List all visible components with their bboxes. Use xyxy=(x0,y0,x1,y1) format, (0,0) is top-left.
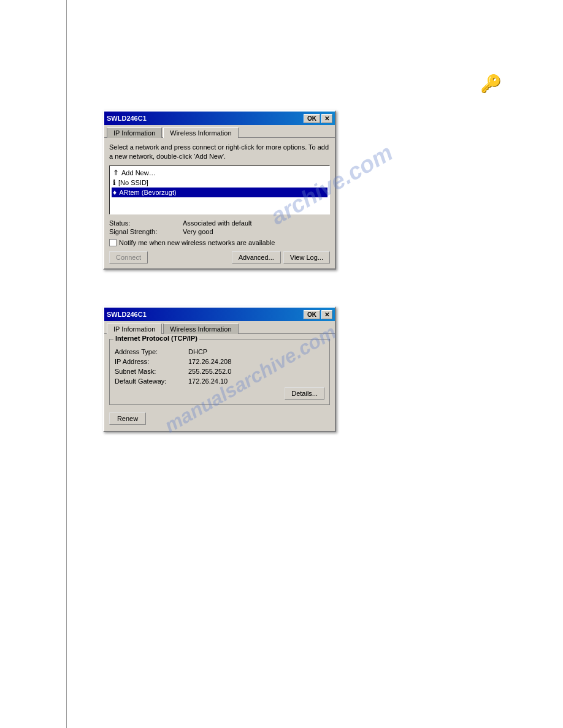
dialog2-tabs: IP Information Wireless Information xyxy=(104,321,335,333)
tab-wireless-information-1[interactable]: Wireless Information xyxy=(163,127,238,138)
left-border-line xyxy=(66,0,67,728)
dialog-ip: SWLD246C1 OK ✕ IP Information Wireless I… xyxy=(103,306,336,432)
dialog1-tabs: IP Information Wireless Information xyxy=(104,125,335,137)
ip-address-value: 172.26.24.208 xyxy=(188,358,231,365)
add-new-icon: ⇑ xyxy=(113,169,119,177)
ip-group-title: Internet Protocol (TCP/IP) xyxy=(113,335,199,342)
key-icon-container: 🔑 xyxy=(480,74,502,94)
network-item-nossid-label: [No SSID] xyxy=(118,179,148,186)
dialog1-titlebar: SWLD246C1 OK ✕ xyxy=(104,112,335,125)
dialog1-content: Select a network and press connect or ri… xyxy=(104,137,335,268)
no-ssid-icon: ℹ xyxy=(113,178,116,187)
renew-button[interactable]: Renew xyxy=(109,412,146,425)
artem-icon: ♦ xyxy=(113,188,117,197)
subnet-label: Subnet Mask: xyxy=(115,368,188,375)
signal-row: Signal Strength: Very good xyxy=(109,228,330,235)
dialog2-close-button[interactable]: ✕ xyxy=(321,310,332,319)
gateway-label: Default Gateway: xyxy=(115,377,188,385)
dialog2-content: Internet Protocol (TCP/IP) Address Type:… xyxy=(104,333,335,431)
status-area: Status: Associated with default Signal S… xyxy=(109,219,330,235)
network-item-addnew-label: Add New… xyxy=(121,169,156,176)
address-type-label: Address Type: xyxy=(115,348,188,355)
address-type-value: DHCP xyxy=(188,348,207,355)
network-item-artem[interactable]: ♦ ARtem (Bevorzugt) xyxy=(112,188,327,197)
details-button[interactable]: Details... xyxy=(285,387,324,400)
notify-checkbox[interactable] xyxy=(109,239,117,246)
dialog1-close-button[interactable]: ✕ xyxy=(321,114,332,123)
tab-ip-information-1[interactable]: IP Information xyxy=(107,127,162,138)
network-item-nossid[interactable]: ℹ [No SSID] xyxy=(112,178,327,188)
status-label: Status: xyxy=(109,219,170,227)
network-item-artem-label: ARtem (Bevorzugt) xyxy=(119,189,177,196)
status-row: Status: Associated with default xyxy=(109,219,330,227)
details-button-row: Details... xyxy=(115,387,324,400)
ip-address-label: IP Address: xyxy=(115,358,188,365)
status-value: Associated with default xyxy=(183,219,252,227)
dialog1-button-row: Connect Advanced... View Log... xyxy=(109,251,330,264)
dialog-wireless: SWLD246C1 OK ✕ IP Information Wireless I… xyxy=(103,110,336,270)
dialog2-title-buttons: OK ✕ xyxy=(304,310,332,319)
notify-label: Notify me when new wireless networks are… xyxy=(119,239,275,246)
signal-label: Signal Strength: xyxy=(109,228,170,235)
ip-row-subnet: Subnet Mask: 255.255.252.0 xyxy=(115,368,324,375)
connect-button[interactable]: Connect xyxy=(109,251,148,264)
network-item-addnew[interactable]: ⇑ Add New… xyxy=(112,168,327,178)
ip-row-gateway: Default Gateway: 172.26.24.10 xyxy=(115,377,324,385)
renew-button-row: Renew xyxy=(109,410,330,426)
dialog2-titlebar: SWLD246C1 OK ✕ xyxy=(104,308,335,321)
key-icon: 🔑 xyxy=(480,74,502,93)
network-list[interactable]: ⇑ Add New… ℹ [No SSID] ♦ ARtem (Bevorzug… xyxy=(109,165,330,214)
dialog2-title: SWLD246C1 xyxy=(107,311,147,318)
dialog1-title-buttons: OK ✕ xyxy=(304,114,332,123)
signal-value: Very good xyxy=(183,228,213,235)
ip-row-ip-address: IP Address: 172.26.24.208 xyxy=(115,358,324,365)
ip-group: Internet Protocol (TCP/IP) Address Type:… xyxy=(109,339,330,405)
tab-ip-information-2[interactable]: IP Information xyxy=(107,324,162,334)
notify-row: Notify me when new wireless networks are… xyxy=(109,239,330,246)
dialog2-ok-button[interactable]: OK xyxy=(304,310,320,319)
advanced-button[interactable]: Advanced... xyxy=(232,251,281,264)
view-log-button[interactable]: View Log... xyxy=(283,251,330,264)
dialog1-ok-button[interactable]: OK xyxy=(304,114,320,123)
dialog1-title: SWLD246C1 xyxy=(107,115,147,122)
ip-row-address-type: Address Type: DHCP xyxy=(115,348,324,355)
subnet-value: 255.255.252.0 xyxy=(188,368,231,375)
tab-wireless-information-2[interactable]: Wireless Information xyxy=(163,324,238,334)
wireless-description: Select a network and press connect or ri… xyxy=(109,143,330,162)
gateway-value: 172.26.24.10 xyxy=(188,377,228,385)
